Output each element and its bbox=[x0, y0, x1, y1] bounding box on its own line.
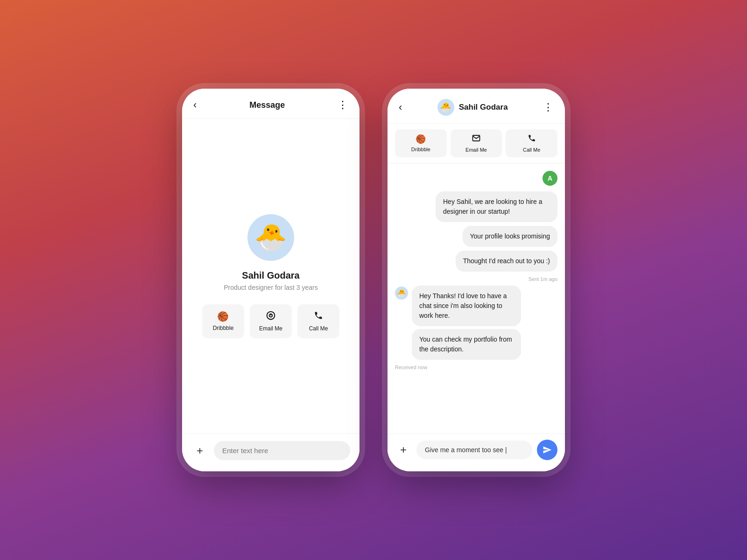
contact-avatar-emoji: 🐣 bbox=[440, 102, 451, 113]
receiver-row: 🐣 Hey Thanks! I'd love to have a chat si… bbox=[395, 286, 557, 360]
contact-avatar: 🐣 bbox=[437, 99, 454, 116]
call-icon-1 bbox=[314, 311, 323, 322]
phone2-input-bar: + bbox=[388, 434, 565, 471]
receiver-avatar: 🐣 bbox=[395, 287, 408, 300]
contact-name: Sahil Godara bbox=[459, 103, 508, 112]
chat-messages: A Hey Sahil, we are looking to hire a de… bbox=[388, 163, 565, 434]
dribbble-quick-icon: 🏀 bbox=[416, 134, 426, 144]
send-button[interactable] bbox=[537, 440, 557, 460]
call-quick-btn[interactable]: Call Me bbox=[506, 129, 557, 157]
avatar-emoji: 🐣 bbox=[254, 222, 287, 253]
phone-2: ‹ 🐣 Sahil Godara ⋮ 🏀 Dribbble bbox=[388, 89, 565, 471]
back-button-1[interactable]: ‹ bbox=[193, 100, 197, 110]
call-label-1: Call Me bbox=[309, 325, 328, 332]
sent-bubble-2: Your profile looks promising bbox=[463, 226, 557, 247]
more-options-1[interactable]: ⋮ bbox=[338, 99, 348, 111]
sent-timestamp: Sent 1m ago bbox=[395, 276, 557, 282]
recv-bubble-1: Hey Thanks! I'd love to have a chat sinc… bbox=[412, 286, 521, 326]
recv-timestamp: Received now bbox=[395, 364, 557, 370]
call-quick-icon bbox=[528, 134, 536, 145]
dribbble-button-1[interactable]: 🏀 Dribbble bbox=[202, 304, 244, 338]
message-input-2[interactable] bbox=[416, 441, 532, 459]
phone-1: ‹ Message ⋮ 🐣 Sahil Godara Product desig… bbox=[182, 89, 359, 471]
sent-bubble-3: Thought I'd reach out to you :) bbox=[456, 251, 557, 272]
email-icon-1 bbox=[266, 311, 275, 322]
dribbble-icon-1: 🏀 bbox=[217, 311, 229, 322]
phone1-title: Message bbox=[249, 100, 285, 110]
email-button-1[interactable]: Email Me bbox=[250, 304, 292, 338]
email-quick-icon bbox=[472, 134, 480, 145]
phone1-header: ‹ Message ⋮ bbox=[182, 89, 359, 119]
sender-initial: A bbox=[548, 175, 552, 182]
profile-subtitle: Product designer for last 3 years bbox=[224, 284, 318, 291]
phone1-body: 🐣 Sahil Godara Product designer for last… bbox=[182, 119, 359, 433]
dribbble-quick-btn[interactable]: 🏀 Dribbble bbox=[395, 129, 447, 157]
more-options-2[interactable]: ⋮ bbox=[543, 101, 554, 113]
send-icon bbox=[543, 445, 552, 455]
quick-actions: 🏀 Dribbble Email Me Call Me bbox=[388, 124, 565, 163]
back-button-2[interactable]: ‹ bbox=[399, 102, 402, 112]
phone1-input-bar: + bbox=[182, 433, 359, 471]
recv-bubble-2: You can check my portfolio from the desc… bbox=[412, 329, 521, 360]
header-contact: 🐣 Sahil Godara bbox=[437, 99, 508, 116]
email-label-1: Email Me bbox=[259, 325, 282, 332]
phones-container: ‹ Message ⋮ 🐣 Sahil Godara Product desig… bbox=[182, 89, 565, 471]
message-input-1[interactable] bbox=[214, 441, 350, 460]
phone2-header: ‹ 🐣 Sahil Godara ⋮ bbox=[388, 89, 565, 124]
call-quick-label: Call Me bbox=[523, 147, 540, 153]
profile-avatar: 🐣 bbox=[247, 214, 294, 261]
dribbble-quick-label: Dribbble bbox=[411, 147, 430, 152]
sender-avatar-row: A bbox=[395, 171, 557, 186]
dribbble-label-1: Dribbble bbox=[213, 325, 234, 331]
add-attachment-2[interactable]: + bbox=[395, 441, 412, 458]
call-button-1[interactable]: Call Me bbox=[297, 304, 339, 338]
email-quick-label: Email Me bbox=[465, 147, 487, 153]
action-buttons: 🏀 Dribbble Email Me bbox=[202, 304, 339, 338]
add-attachment-1[interactable]: + bbox=[191, 442, 208, 459]
email-quick-btn[interactable]: Email Me bbox=[451, 129, 502, 157]
received-bubbles: Hey Thanks! I'd love to have a chat sinc… bbox=[412, 286, 557, 360]
profile-name: Sahil Godara bbox=[242, 270, 299, 281]
sender-avatar: A bbox=[543, 171, 557, 186]
sent-bubble-1: Hey Sahil, we are looking to hire a desi… bbox=[436, 191, 557, 222]
